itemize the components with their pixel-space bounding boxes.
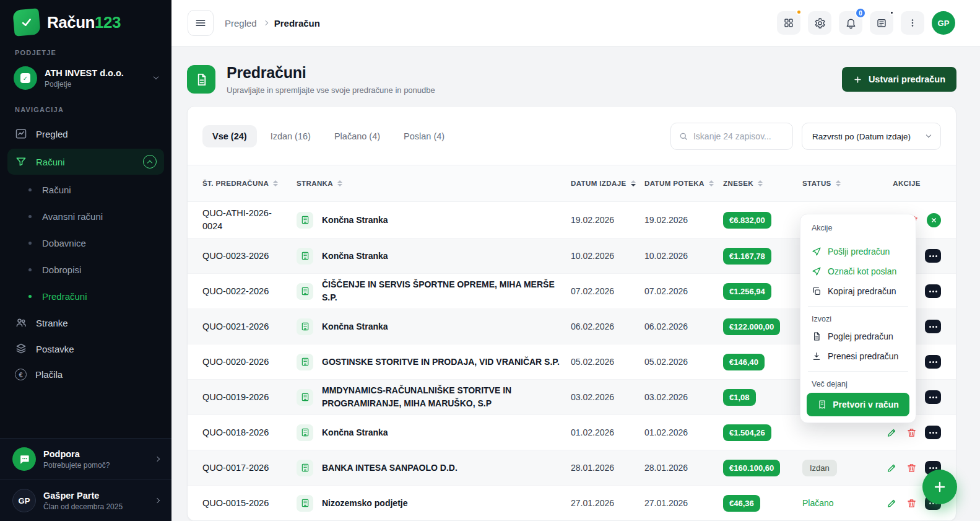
sidebar-subitem-label: Računi [42, 185, 71, 195]
tab-vse[interactable]: Vse (24) [202, 125, 257, 147]
row-actions-button[interactable] [925, 426, 941, 439]
issue-date: 06.02.2026 [571, 322, 644, 331]
puzzle-icon [783, 17, 794, 28]
menu-button[interactable] [188, 10, 214, 36]
user-panel[interactable]: GP Gašper Parte Član od decembra 2025 [0, 479, 171, 521]
tab-poslan[interactable]: Poslan (4) [394, 125, 454, 147]
column-header-number[interactable]: ŠT. PREDRAČUNA [202, 178, 297, 189]
profile-avatar[interactable]: GP [932, 11, 955, 35]
sidebar-item-racuni[interactable]: Računi [7, 149, 164, 175]
sidebar-subitem-label: Dobavnice [42, 238, 86, 248]
chart-icon [15, 128, 27, 140]
page-title-group: Predračuni Upravljajte in spremljajte vs… [227, 64, 435, 95]
row-actions-button[interactable] [925, 320, 941, 333]
tab-placano[interactable]: Plačano (4) [324, 125, 390, 147]
amount-badge: €46,36 [723, 495, 760, 512]
delete-button[interactable] [905, 497, 918, 510]
sidebar-subitem-dobavnice[interactable]: Dobavnice [0, 230, 171, 256]
menu-item-send-quote[interactable]: Pošlji predračun [807, 242, 909, 261]
sidebar-subitem-predracuni[interactable]: Predračuni [0, 283, 171, 310]
delete-button[interactable] [905, 462, 918, 475]
building-icon [297, 212, 313, 229]
sidebar-subitem-avansni-racuni[interactable]: Avansni računi [0, 203, 171, 230]
send-icon [812, 266, 822, 276]
more-options-button[interactable] [901, 11, 924, 35]
due-date: 05.02.2026 [644, 357, 723, 367]
convert-to-invoice-button[interactable]: Pretvori v račun [807, 393, 909, 416]
apps-button[interactable] [777, 11, 800, 35]
quote-number: QUO-0015-2026 [202, 492, 297, 515]
chevron-right-icon [155, 498, 160, 503]
amount-badge: €146,40 [723, 354, 765, 370]
building-icon [297, 389, 313, 406]
row-context-menu: Akcije Pošlji predračun Označi kot posla… [800, 214, 916, 423]
sidebar-subitem-racuni[interactable]: Računi [0, 177, 171, 203]
row-actions-button[interactable] [925, 390, 941, 404]
client-name: Končna Stranka [322, 426, 388, 439]
bullet-icon [28, 188, 32, 191]
create-quote-button[interactable]: Ustvari predračun [842, 67, 956, 92]
menu-item-label: Prenesi predračun [828, 351, 898, 361]
collapse-toggle[interactable] [143, 155, 157, 169]
column-header-due-date[interactable]: DATUM POTEKA [644, 178, 723, 189]
column-header-client[interactable]: STRANKA [297, 178, 571, 189]
company-selector[interactable]: ✓ ATH INVEST d.o.o. Podjetje [0, 61, 171, 97]
row-actions-button[interactable] [925, 249, 941, 263]
chevron-down-icon [154, 74, 158, 79]
breadcrumb-root[interactable]: Pregled [225, 18, 257, 28]
sidebar-item-postavke[interactable]: Postavke [0, 336, 171, 362]
edit-button[interactable] [885, 426, 898, 439]
layers-icon [15, 343, 27, 355]
issue-date: 27.01.2026 [571, 498, 644, 508]
edit-button[interactable] [885, 497, 898, 510]
bullet-icon [28, 242, 32, 245]
news-button[interactable] [870, 11, 893, 35]
search-box [670, 123, 793, 150]
amount-badge: €1,08 [723, 389, 756, 406]
due-date: 07.02.2026 [644, 286, 723, 296]
status-badge: Izdan [802, 460, 837, 476]
search-input[interactable] [693, 131, 785, 141]
column-header-amount[interactable]: ZNESEK [723, 178, 802, 189]
sidebar-item-stranke[interactable]: Stranke [0, 310, 171, 336]
sidebar-item-pregled[interactable]: Pregled [0, 121, 171, 147]
building-icon [297, 318, 313, 335]
column-header-issue-date[interactable]: DATUM IZDAJE [571, 178, 644, 189]
menu-section-akcije: Akcije [807, 221, 909, 235]
sort-carets-icon [836, 180, 841, 186]
sort-label: Razvrsti po (Datum izdaje) [812, 132, 911, 141]
sort-carets-icon [709, 180, 714, 186]
tab-izdan[interactable]: Izdan (16) [261, 125, 321, 147]
menu-item-copy-quote[interactable]: Kopiraj predračun [807, 281, 909, 301]
receipt-icon [817, 400, 827, 409]
client-name: Nizozemsko podjetje [322, 497, 407, 510]
chevron-right-icon [155, 457, 160, 462]
column-header-status[interactable]: STATUS [802, 178, 872, 189]
table-row[interactable]: QUO-0017-2026 BANKA INTESA SANPAOLO D.D.… [188, 450, 956, 486]
row-actions-button[interactable] [925, 284, 941, 298]
sidebar-subitem-dobropisi[interactable]: Dobropisi [0, 256, 171, 283]
convert-to-invoice-label: Pretvori v račun [833, 400, 899, 409]
settings-button[interactable] [808, 11, 831, 35]
sidebar-item-label: Računi [36, 157, 65, 167]
fab-create-button[interactable] [922, 470, 957, 504]
column-header-actions: AKCIJE [872, 178, 941, 189]
amount-badge: €1.167,78 [723, 248, 771, 265]
table-row[interactable]: QUO-0015-2026 Nizozemsko podjetje 27.01.… [188, 486, 956, 521]
sidebar-item-placila[interactable]: € Plačila [0, 362, 171, 387]
menu-item-mark-sent[interactable]: Označi kot poslan [807, 261, 909, 281]
menu-item-download-quote[interactable]: Prenesi predračun [807, 346, 909, 366]
edit-button[interactable] [885, 462, 898, 475]
menu-item-view-quote[interactable]: Poglej predračun [807, 326, 909, 346]
notifications-button[interactable]: 0 [839, 11, 862, 35]
sort-dropdown[interactable]: Razvrsti po (Datum izdaje) [802, 123, 941, 150]
nav-section-label: NAVIGACIJA [0, 97, 171, 118]
delete-button[interactable] [905, 426, 918, 439]
pencil-icon [887, 463, 897, 473]
logo-text: Račun123 [47, 13, 121, 32]
close-menu-button[interactable] [927, 213, 941, 227]
amount-badge: €160.100,60 [723, 460, 780, 476]
row-actions-button[interactable] [925, 355, 941, 369]
support-panel[interactable]: Podpora Potrebujete pomoč? [0, 438, 171, 479]
menu-item-label: Kopiraj predračun [828, 286, 896, 296]
